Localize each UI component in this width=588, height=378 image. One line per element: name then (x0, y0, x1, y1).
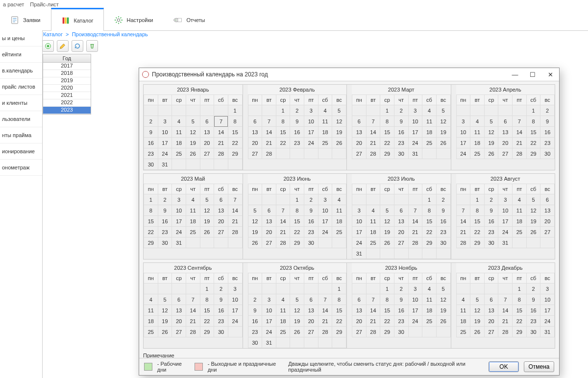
day-cell[interactable]: 10 (498, 205, 513, 216)
day-cell[interactable]: 3 (172, 194, 186, 205)
day-cell[interactable]: 25 (366, 237, 380, 248)
day-cell[interactable]: 19 (436, 127, 450, 138)
day-cell[interactable]: 13 (394, 216, 408, 227)
day-cell[interactable]: 4 (172, 116, 186, 127)
day-cell[interactable]: 25 (513, 227, 527, 237)
day-cell[interactable]: 16 (248, 316, 262, 327)
day-cell[interactable]: 14 (262, 127, 276, 138)
day-cell[interactable]: 19 (436, 305, 450, 316)
day-cell[interactable]: 26 (186, 148, 200, 159)
day-cell[interactable]: 17 (228, 305, 242, 316)
day-cell[interactable]: 19 (200, 216, 214, 227)
day-cell[interactable]: 6 (394, 205, 408, 216)
day-cell[interactable]: 27 (200, 148, 214, 159)
day-cell[interactable]: 20 (304, 316, 318, 327)
day-cell[interactable]: 14 (276, 216, 290, 227)
day-cell[interactable]: 24 (304, 138, 318, 148)
year-row[interactable]: 2019 (43, 77, 91, 85)
day-cell[interactable]: 17 (352, 227, 367, 237)
day-cell[interactable]: 29 (228, 148, 242, 159)
day-cell[interactable]: 30 (248, 337, 262, 348)
day-cell[interactable]: 20 (352, 316, 367, 327)
close-button[interactable]: ✕ (541, 68, 559, 81)
day-cell[interactable]: 17 (540, 305, 555, 316)
day-cell[interactable]: 16 (394, 127, 408, 138)
cancel-button[interactable]: Отмена (524, 361, 554, 372)
sidenav-item[interactable]: льзователи (0, 111, 42, 127)
day-cell[interactable]: 26 (332, 138, 346, 148)
day-cell[interactable]: 4 (422, 284, 437, 294)
day-cell[interactable]: 22 (228, 138, 242, 148)
day-cell[interactable]: 2 (158, 194, 172, 205)
day-cell[interactable]: 1 (332, 284, 346, 294)
day-cell[interactable]: 9 (304, 205, 318, 216)
tab-catalog[interactable]: Каталог (51, 8, 104, 31)
day-cell[interactable]: 12 (158, 305, 172, 316)
day-cell[interactable]: 27 (352, 327, 367, 337)
day-cell[interactable]: 23 (304, 227, 318, 237)
day-cell[interactable]: 27 (540, 227, 555, 237)
day-cell[interactable]: 23 (158, 227, 172, 237)
day-cell[interactable]: 20 (172, 316, 186, 327)
year-row[interactable]: 2021 (43, 92, 91, 99)
day-cell[interactable]: 9 (158, 205, 172, 216)
day-cell[interactable]: 4 (456, 294, 470, 305)
day-cell[interactable]: 28 (276, 237, 290, 248)
day-cell[interactable]: 9 (394, 116, 408, 127)
day-cell[interactable]: 22 (380, 138, 394, 148)
sidenav-item[interactable]: ейтинги (0, 47, 42, 63)
day-cell[interactable]: 14 (228, 205, 242, 216)
day-cell[interactable]: 27 (262, 237, 276, 248)
day-cell[interactable]: 19 (290, 316, 304, 327)
day-cell[interactable]: 4 (332, 194, 346, 205)
day-cell[interactable]: 20 (394, 227, 408, 237)
day-cell[interactable]: 20 (200, 138, 214, 148)
day-cell[interactable]: 28 (366, 327, 380, 337)
day-cell[interactable]: 17 (498, 216, 513, 227)
day-cell[interactable]: 10 (352, 216, 367, 227)
day-cell[interactable]: 6 (540, 194, 555, 205)
day-cell[interactable]: 15 (332, 305, 346, 316)
day-cell[interactable]: 14 (366, 127, 380, 138)
day-cell[interactable]: 4 (470, 116, 485, 127)
day-cell[interactable]: 18 (422, 305, 437, 316)
day-cell[interactable]: 18 (422, 127, 437, 138)
day-cell[interactable]: 11 (318, 116, 332, 127)
day-cell[interactable]: 16 (158, 216, 172, 227)
day-cell[interactable]: 8 (276, 116, 290, 127)
day-cell[interactable]: 30 (394, 148, 408, 159)
day-cell[interactable]: 18 (470, 138, 485, 148)
day-cell[interactable]: 27 (248, 148, 262, 159)
day-cell[interactable]: 20 (540, 216, 555, 227)
day-cell[interactable]: 7 (408, 205, 422, 216)
breadcrumb-current[interactable]: Производственный календарь (72, 31, 148, 37)
day-cell[interactable]: 28 (228, 227, 242, 237)
day-cell[interactable]: 16 (214, 305, 228, 316)
day-cell[interactable]: 30 (304, 237, 318, 248)
day-cell[interactable]: 8 (422, 205, 437, 216)
day-cell[interactable]: 6 (214, 194, 228, 205)
sidenav-item[interactable]: онометраж (0, 160, 42, 176)
day-cell[interactable]: 21 (456, 227, 470, 237)
day-cell[interactable]: 27 (172, 327, 186, 337)
day-cell[interactable]: 18 (456, 316, 470, 327)
day-cell[interactable]: 16 (290, 127, 304, 138)
day-cell[interactable]: 22 (200, 316, 214, 327)
day-cell[interactable]: 9 (526, 294, 540, 305)
day-cell[interactable]: 13 (498, 127, 513, 138)
day-cell[interactable]: 8 (380, 116, 394, 127)
day-cell[interactable]: 26 (248, 237, 262, 248)
day-cell[interactable]: 10 (158, 127, 172, 138)
day-cell[interactable]: 10 (262, 305, 276, 316)
day-cell[interactable]: 14 (513, 127, 527, 138)
day-cell[interactable]: 23 (248, 327, 262, 337)
toptab-calc[interactable]: а расчет (3, 1, 24, 7)
day-cell[interactable]: 21 (498, 316, 513, 327)
day-cell[interactable]: 29 (513, 327, 527, 337)
day-cell[interactable]: 8 (290, 205, 304, 216)
day-cell[interactable]: 29 (422, 237, 437, 248)
day-cell[interactable]: 24 (228, 316, 242, 327)
add-button[interactable] (42, 40, 54, 52)
day-cell[interactable]: 7 (214, 116, 228, 127)
day-cell[interactable]: 7 (276, 205, 290, 216)
